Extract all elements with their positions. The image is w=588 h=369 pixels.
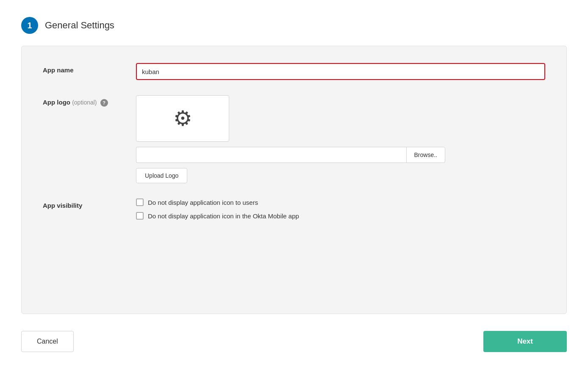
- cancel-button[interactable]: Cancel: [21, 331, 74, 352]
- step-circle: 1: [21, 17, 38, 34]
- checkbox-label-text-2: Do not display application icon in the O…: [148, 212, 299, 220]
- visibility-checkbox-2[interactable]: [136, 212, 144, 220]
- checkbox-label-1[interactable]: Do not display application icon to users: [136, 198, 545, 206]
- file-path-input[interactable]: [136, 147, 406, 163]
- checkbox-group: Do not display application icon to users…: [136, 198, 545, 220]
- next-button[interactable]: Next: [483, 331, 567, 352]
- app-name-input[interactable]: [136, 63, 545, 80]
- app-name-label: App name: [43, 63, 136, 74]
- help-icon[interactable]: ?: [100, 99, 108, 107]
- upload-logo-button[interactable]: Upload Logo: [136, 168, 187, 183]
- app-name-control: [136, 63, 545, 80]
- checkbox-label-2[interactable]: Do not display application icon in the O…: [136, 212, 545, 220]
- app-logo-label: App logo (optional) ?: [43, 95, 136, 107]
- gear-icon: ⚙: [173, 108, 192, 129]
- page-header: 1 General Settings: [21, 17, 567, 34]
- browse-button[interactable]: Browse..: [406, 147, 445, 163]
- checkbox-label-text-1: Do not display application icon to users: [148, 199, 258, 206]
- app-visibility-control: Do not display application icon to users…: [136, 198, 545, 220]
- file-input-row: Browse..: [136, 147, 445, 163]
- app-logo-label-text: App logo: [43, 99, 70, 106]
- footer-row: Cancel Next: [21, 331, 567, 352]
- optional-label: (optional): [72, 99, 97, 106]
- app-visibility-label: App visibility: [43, 198, 136, 209]
- visibility-checkbox-1[interactable]: [136, 198, 144, 206]
- app-visibility-row: App visibility Do not display applicatio…: [43, 198, 545, 220]
- app-logo-row: App logo (optional) ? ⚙ Browse.. Upload …: [43, 95, 545, 183]
- app-logo-control: ⚙ Browse.. Upload Logo: [136, 95, 545, 183]
- step-number: 1: [27, 21, 32, 30]
- page-title: General Settings: [45, 20, 114, 31]
- app-name-row: App name: [43, 63, 545, 80]
- logo-preview-box: ⚙: [136, 95, 229, 142]
- settings-panel: App name App logo (optional) ? ⚙ Browse.…: [21, 46, 567, 314]
